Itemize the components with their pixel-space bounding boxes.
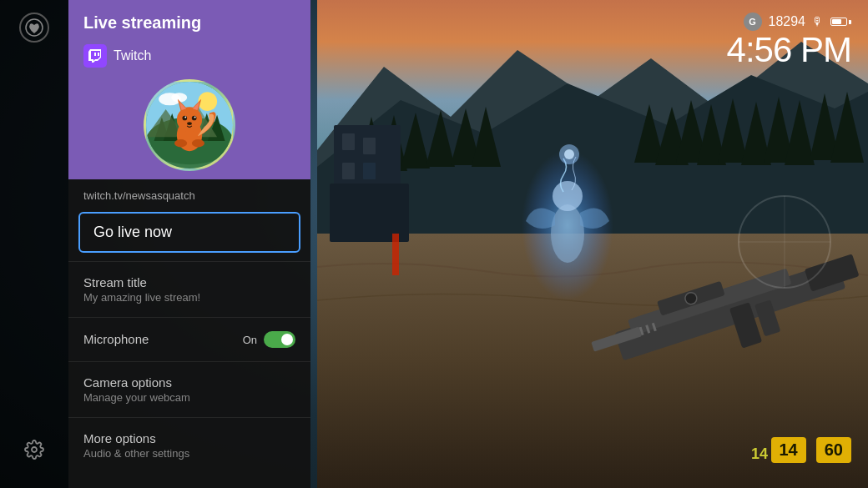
- camera-options-sub: Manage your webcam: [83, 391, 295, 404]
- svg-point-72: [187, 122, 192, 125]
- svg-point-63: [177, 107, 202, 132]
- svg-point-73: [174, 139, 187, 147]
- microphone-state: On: [243, 334, 257, 346]
- svg-point-47: [32, 447, 37, 452]
- menu-panel: Live streaming Twitch: [68, 0, 310, 488]
- microphone-label: Microphone: [83, 332, 149, 346]
- stream-title-value: My amazing live stream!: [83, 291, 295, 304]
- svg-point-68: [182, 116, 187, 121]
- gamertag-score: 18294: [769, 14, 806, 29]
- microphone-row: Microphone On: [83, 331, 295, 348]
- divider-4: [68, 417, 310, 418]
- svg-rect-25: [330, 184, 409, 242]
- svg-rect-49: [98, 53, 99, 56]
- more-options-sub: Audio & other settings: [83, 447, 295, 460]
- svg-point-31: [564, 149, 574, 159]
- svg-point-69: [192, 116, 197, 121]
- hud-ammo: 14 60: [771, 437, 852, 463]
- microphone-section: Microphone On: [68, 321, 310, 358]
- svg-rect-23: [342, 163, 355, 179]
- battery-icon: [830, 18, 851, 26]
- svg-point-29: [553, 181, 583, 211]
- more-options-section[interactable]: More options Audio & other settings: [68, 421, 310, 470]
- svg-rect-24: [363, 163, 376, 179]
- streaming-header: Live streaming Twitch: [68, 0, 310, 179]
- environment-backdrop: [317, 0, 868, 488]
- more-options-label: More options: [83, 431, 295, 445]
- camera-options-label: Camera options: [83, 375, 295, 390]
- channel-url: twitch.tv/newsasquatch: [68, 179, 310, 209]
- svg-rect-22: [363, 138, 376, 154]
- divider-3: [68, 361, 310, 362]
- microphone-toggle-container: On: [243, 331, 295, 348]
- svg-rect-48: [94, 53, 96, 56]
- svg-rect-21: [342, 133, 355, 150]
- twitch-icon: [83, 44, 107, 68]
- mic-icon: 🎙: [812, 15, 824, 28]
- game-scene-svg: [317, 0, 868, 488]
- twitch-row: Twitch: [83, 44, 295, 68]
- kills-count: 14: [751, 445, 768, 462]
- svg-point-74: [192, 139, 204, 147]
- sidebar: [0, 0, 68, 488]
- divider-2: [68, 317, 310, 318]
- sidebar-settings-icon[interactable]: [24, 440, 44, 463]
- hud-top-right: G 18294 🎙 4:56 PM: [727, 13, 851, 68]
- ammo-current: 14: [771, 437, 806, 463]
- avatar-svg: [146, 79, 233, 171]
- svg-point-70: [184, 117, 186, 118]
- avatar: [144, 79, 235, 171]
- streaming-panel-title: Live streaming: [83, 13, 201, 33]
- microphone-toggle[interactable]: [264, 331, 295, 348]
- hud-kills: 14: [751, 445, 768, 463]
- svg-point-71: [194, 117, 196, 118]
- gamertag-icon: G: [744, 13, 762, 31]
- xbox-logo[interactable]: [19, 13, 49, 43]
- avatar-container: [83, 79, 295, 171]
- svg-point-59: [198, 92, 217, 111]
- stream-title-section: Stream title My amazing live stream!: [68, 265, 310, 314]
- twitch-platform-label: Twitch: [114, 48, 151, 63]
- stream-title-label: Stream title: [83, 275, 295, 289]
- svg-rect-26: [392, 234, 399, 275]
- menu-items: twitch.tv/newsasquatch Go live now Strea…: [68, 179, 310, 470]
- divider-1: [68, 261, 310, 262]
- camera-options-section[interactable]: Camera options Manage your webcam: [68, 365, 310, 414]
- clock-display: 4:56 PM: [727, 33, 851, 68]
- streaming-title-row: Live streaming: [83, 13, 295, 33]
- svg-point-28: [551, 204, 584, 263]
- go-live-button[interactable]: Go live now: [78, 212, 300, 253]
- ammo-reserve: 60: [816, 437, 851, 463]
